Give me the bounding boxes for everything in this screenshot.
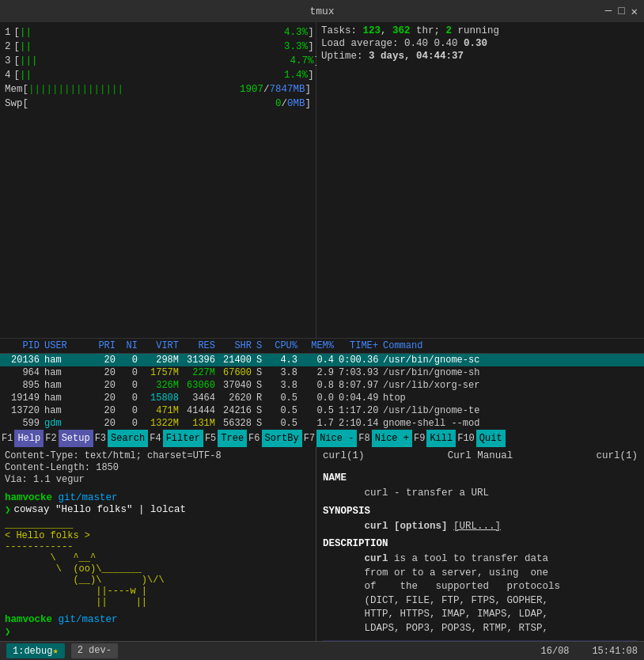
fn-niceup[interactable]: F8 Nice + (357, 430, 412, 447)
prompt2-cursor: ❯ (5, 625, 311, 638)
mem-bar: Mem [ |||||||||||||||| ....... 1907 / 78… (5, 82, 311, 97)
man-description-section: DESCRIPTION (323, 538, 638, 549)
process-row-599[interactable]: 599 gdm 20 0 1322M 131M 56328 S 0.5 1.7 … (0, 417, 644, 430)
prompt1: hamvocke git/master (5, 492, 311, 503)
process-table: PID USER PRI NI VIRT RES SHR S CPU% MEM%… (0, 339, 644, 430)
cowsay-line1: ____________ (5, 519, 311, 530)
cowsay-line5: \ (oo)\_______ (5, 563, 311, 575)
fn-setup[interactable]: F2 Setup (44, 430, 93, 447)
minimize-button[interactable]: ─ (605, 5, 612, 18)
status-tabs: 1:debug★ 2 dev- (6, 643, 118, 658)
uptime-line: Uptime: 3 days, 04:44:37 (321, 51, 639, 62)
man-header-left: curl(1) (323, 450, 365, 461)
window-title: tmux (309, 6, 334, 17)
fn-help[interactable]: F1 Help (0, 430, 44, 447)
cpu2-bar: 2 [ || .................................… (5, 40, 311, 54)
htop-left-pane: 1 [ || .................................… (0, 22, 316, 338)
prompt2: hamvocke git/master (5, 614, 311, 625)
process-row-20136[interactable]: 20136 ham 20 0 298M 31396 21400 S 4.3 0.… (0, 354, 644, 366)
fn-tree[interactable]: F5 Tree (203, 430, 247, 447)
cowsay-line4: \ ^__^ (5, 552, 311, 563)
load-line: Load average: 0.40 0.40 0.30 (321, 38, 639, 49)
manual-right-pane: curl(1) Curl Manual curl(1) NAME curl - … (316, 447, 644, 641)
cowsay-line6: (__)\ )\/\ (5, 575, 311, 586)
window-controls: ─ □ ✕ (605, 5, 638, 18)
cpu4-bar: 4 [ || .................................… (5, 68, 311, 82)
status-tab-1[interactable]: 1:debug★ (6, 643, 65, 658)
close-button[interactable]: ✕ (631, 5, 638, 18)
status-time: 15:41:08 (592, 646, 638, 657)
process-row-19149[interactable]: 19149 ham 20 0 15808 3464 2620 R 0.5 0.0… (0, 392, 644, 404)
http-content-length: Content-Length: 1850 (5, 462, 311, 473)
status-date: 16/08 (541, 646, 570, 657)
cowsay-line2: < Hello folks > (5, 530, 311, 541)
fn-search[interactable]: F3 Search (93, 430, 149, 447)
function-bar: F1 Help F2 Setup F3 Search F4 Filter F5 … (0, 430, 644, 447)
terminal: 1 [ || .................................… (0, 22, 644, 660)
man-synopsis-body: curl [options] [URL...] (323, 520, 638, 534)
man-synopsis-section: SYNOPSIS (323, 506, 638, 517)
titlebar: tmux ─ □ ✕ (0, 0, 644, 22)
prompt1-cmd: ❯ cowsay "Hello folks" | lolcat (5, 503, 311, 516)
bottom-section: Content-Type: text/html; charset=UTF-8 C… (0, 447, 644, 641)
man-header-center: Curl Manual (448, 450, 513, 461)
process-row-13720[interactable]: 13720 ham 20 0 471M 41444 24216 S 0.5 0.… (0, 404, 644, 417)
terminal-left-pane: Content-Type: text/html; charset=UTF-8 C… (0, 447, 316, 641)
fn-nicedown[interactable]: F7 Nice - (302, 430, 358, 447)
http-content-type: Content-Type: text/html; charset=UTF-8 (5, 450, 311, 461)
man-header-right: curl(1) (596, 450, 638, 461)
statusbar: 1:debug★ 2 dev- 16/08 15:41:08 (0, 641, 644, 660)
man-name-body: curl - transfer a URL (323, 487, 638, 501)
fn-quit[interactable]: F10 Quit (456, 430, 505, 447)
status-tab-2[interactable]: 2 dev- (71, 643, 118, 658)
htop-right-pane: Tasks: 123, 362 thr; 2 running Load aver… (316, 22, 644, 338)
tasks-line: Tasks: 123, 362 thr; 2 running (321, 25, 639, 36)
maximize-button[interactable]: □ (618, 5, 624, 18)
man-header: curl(1) Curl Manual curl(1) (323, 450, 638, 461)
cowsay-line8: || || (5, 597, 311, 608)
cpu1-bar: 1 [ || .................................… (5, 25, 311, 40)
swp-bar: Swp [ ............................... 0 … (5, 97, 311, 111)
htop-section: 1 [ || .................................… (0, 22, 644, 339)
status-datetime: 16/08 15:41:08 (541, 646, 638, 657)
fn-kill[interactable]: F9 Kill (412, 430, 456, 447)
process-row-895[interactable]: 895 ham 20 0 326M 63060 37040 S 3.8 0.8 … (0, 379, 644, 392)
cowsay-line7: ||----w | (5, 586, 311, 597)
process-table-header: PID USER PRI NI VIRT RES SHR S CPU% MEM%… (0, 339, 644, 354)
http-via: Via: 1.1 vegur (5, 474, 311, 485)
cowsay-line3: ------------ (5, 541, 311, 552)
man-description-body: curl is a tool to transfer data from or … (323, 552, 638, 635)
cpu3-bar: 3 [ ||| ................................… (5, 54, 311, 68)
process-row-964[interactable]: 964 ham 20 0 1757M 227M 67600 S 3.8 2.9 … (0, 366, 644, 379)
fn-sortby[interactable]: F6 SortBy (247, 430, 302, 447)
man-name-section: NAME (323, 472, 638, 484)
fn-filter[interactable]: F4 Filter (148, 430, 203, 447)
